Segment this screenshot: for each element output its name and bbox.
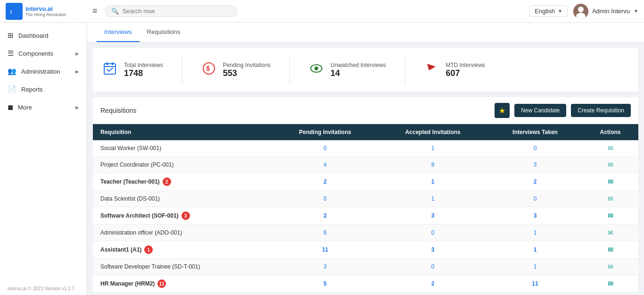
col-taken: Interviews Taken — [488, 124, 582, 140]
taken-link[interactable]: 1 — [534, 246, 537, 253]
language-selector[interactable]: English ▼ — [529, 5, 568, 17]
new-candidate-button[interactable]: New Candidate — [514, 104, 566, 117]
main-content: Interviews Requisitions Total Interviews — [87, 23, 644, 295]
row-accepted[interactable]: 8 — [378, 157, 488, 173]
row-pending[interactable]: 2 — [272, 173, 378, 191]
pending-link[interactable]: 6 — [323, 229, 327, 236]
email-icon[interactable]: ✉ — [608, 161, 613, 169]
row-taken[interactable]: 0 — [488, 140, 582, 157]
user-info[interactable]: Admin Intervu ▼ — [573, 4, 638, 19]
pending-link[interactable]: 4 — [323, 161, 327, 168]
sidebar-label-administration: Administration — [21, 68, 71, 75]
taken-link[interactable]: 2 — [534, 178, 537, 185]
email-icon[interactable]: ✉ — [608, 280, 613, 287]
email-icon[interactable]: ✉ — [608, 229, 613, 236]
row-taken[interactable]: 1 — [488, 259, 582, 275]
pending-link[interactable]: 0 — [323, 195, 327, 202]
pending-link[interactable]: 11 — [322, 246, 328, 253]
create-requisition-button[interactable]: Create Requisition — [571, 104, 631, 117]
table-row: Data Scientist (DS-001)010✉ — [93, 191, 638, 207]
row-taken[interactable]: 1 — [488, 241, 582, 259]
search-input[interactable] — [123, 8, 231, 15]
taken-link[interactable]: 3 — [534, 212, 537, 219]
accepted-link[interactable]: 1 — [431, 195, 435, 202]
tab-interviews[interactable]: Interviews — [97, 23, 140, 42]
row-pending[interactable]: 11 — [272, 241, 378, 259]
row-actions[interactable]: ✉ — [582, 140, 638, 157]
taken-link[interactable]: 11 — [532, 280, 538, 287]
pending-link[interactable]: 0 — [323, 145, 327, 152]
row-pending[interactable]: 5 — [272, 275, 378, 293]
more-icon: ◼ — [8, 103, 13, 111]
row-accepted[interactable]: 1 — [378, 140, 488, 157]
taken-link[interactable]: 0 — [534, 195, 537, 202]
taken-link[interactable]: 0 — [534, 145, 537, 152]
row-accepted[interactable]: 0 — [378, 259, 488, 275]
email-icon[interactable]: ✉ — [608, 178, 613, 185]
table-row: Project Coordinator (PC-001)483✉ — [93, 157, 638, 173]
accepted-link[interactable]: 2 — [431, 280, 435, 287]
email-icon[interactable]: ✉ — [608, 195, 613, 202]
taken-link[interactable]: 1 — [534, 263, 537, 270]
search-box[interactable]: 🔍 — [105, 5, 237, 17]
dashboard-icon: ⊞ — [8, 31, 14, 40]
row-accepted[interactable]: 0 — [378, 225, 488, 241]
row-actions[interactable]: ✉ — [582, 207, 638, 225]
row-taken[interactable]: 3 — [488, 157, 582, 173]
accepted-link[interactable]: 0 — [431, 229, 435, 236]
row-pending[interactable]: 2 — [272, 207, 378, 225]
logo-text-block: intervu.ai The Hiring Revolution — [25, 5, 66, 17]
sidebar-item-components[interactable]: ☰ Components ▶ — [0, 44, 87, 62]
row-actions[interactable]: ✉ — [582, 259, 638, 275]
row-actions[interactable]: ✉ — [582, 157, 638, 173]
email-icon[interactable]: ✉ — [608, 212, 613, 219]
row-taken[interactable]: 3 — [488, 207, 582, 225]
row-pending[interactable]: 0 — [272, 191, 378, 207]
row-taken[interactable]: 0 — [488, 191, 582, 207]
row-pending[interactable]: 4 — [272, 157, 378, 173]
sidebar-item-more[interactable]: ◼ More ▶ — [0, 98, 87, 116]
row-accepted[interactable]: 1 — [378, 173, 488, 191]
accepted-link[interactable]: 3 — [431, 212, 435, 219]
sidebar-item-dashboard[interactable]: ⊞ Dashboard — [0, 26, 87, 44]
email-icon[interactable]: ✉ — [608, 246, 613, 253]
accepted-link[interactable]: 8 — [431, 161, 435, 168]
unwatched-interviews-label: Unwatched Interviews — [330, 62, 386, 68]
row-actions[interactable]: ✉ — [582, 225, 638, 241]
row-accepted[interactable]: 1 — [378, 191, 488, 207]
taken-link[interactable]: 1 — [534, 229, 537, 236]
chevron-down-icon: ▼ — [558, 8, 562, 14]
row-pending[interactable]: 3 — [272, 259, 378, 275]
row-actions[interactable]: ✉ — [582, 241, 638, 259]
star-button[interactable]: ★ — [495, 103, 510, 118]
row-name: Administration officer (ADO-001) — [93, 225, 272, 241]
email-icon[interactable]: ✉ — [608, 144, 613, 152]
row-actions[interactable]: ✉ — [582, 191, 638, 207]
sidebar-label-more: More — [18, 104, 71, 111]
svg-point-12 — [314, 67, 318, 70]
row-taken[interactable]: 11 — [488, 275, 582, 293]
hamburger-icon[interactable]: ≡ — [91, 4, 99, 18]
sidebar-item-administration[interactable]: 👥 Administration ▶ — [0, 62, 87, 80]
row-accepted[interactable]: 2 — [378, 275, 488, 293]
accepted-link[interactable]: 1 — [431, 178, 435, 185]
pending-link[interactable]: 5 — [323, 280, 327, 287]
tab-requisitions[interactable]: Requisitions — [140, 23, 188, 42]
pending-link[interactable]: 2 — [323, 178, 327, 185]
row-accepted[interactable]: 3 — [378, 241, 488, 259]
accepted-link[interactable]: 3 — [431, 246, 435, 253]
row-accepted[interactable]: 3 — [378, 207, 488, 225]
row-taken[interactable]: 1 — [488, 225, 582, 241]
row-pending[interactable]: 6 — [272, 225, 378, 241]
pending-link[interactable]: 3 — [323, 263, 327, 270]
accepted-link[interactable]: 0 — [431, 263, 435, 270]
taken-link[interactable]: 3 — [534, 161, 537, 168]
row-actions[interactable]: ✉ — [582, 173, 638, 191]
sidebar-item-reports[interactable]: 📄 Reports — [0, 80, 87, 98]
accepted-link[interactable]: 1 — [431, 145, 435, 152]
pending-link[interactable]: 2 — [323, 212, 327, 219]
email-icon[interactable]: ✉ — [608, 263, 613, 270]
row-taken[interactable]: 2 — [488, 173, 582, 191]
row-pending[interactable]: 0 — [272, 140, 378, 157]
row-actions[interactable]: ✉ — [582, 275, 638, 293]
